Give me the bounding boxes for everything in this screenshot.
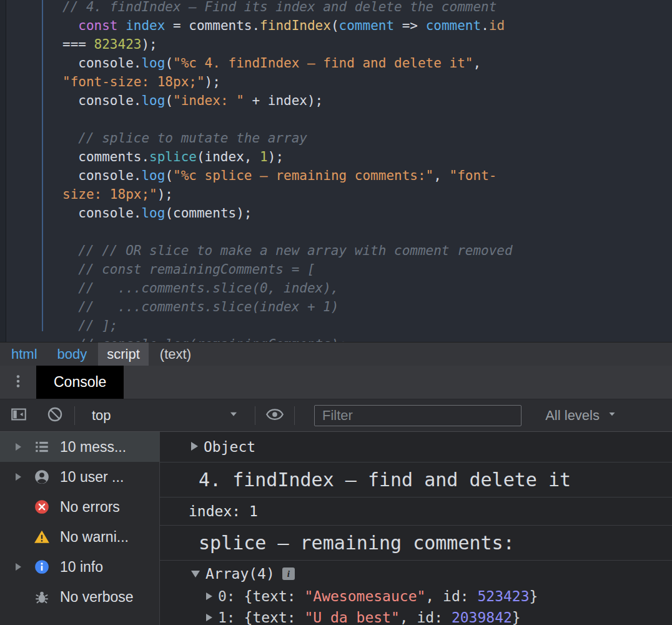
- code-token: // 4. findIndex — Find its index and del…: [62, 0, 497, 14]
- code-token: // ...comments.slice(index + 1): [62, 299, 339, 314]
- triangle-right-icon: [16, 443, 21, 451]
- array-key: 1:: [218, 609, 244, 625]
- triangle-right-icon: [16, 473, 21, 481]
- code-token: "%c 4. findIndex — find and delete it": [173, 56, 473, 71]
- log-levels-label: All levels: [545, 408, 600, 424]
- code-line: comments.splice(index, 1);: [62, 148, 672, 166]
- expand-icon[interactable]: [9, 443, 27, 451]
- log-levels-select[interactable]: All levels: [545, 408, 618, 424]
- source-editor[interactable]: // 4. findIndex — Find its index and del…: [0, 0, 672, 342]
- code-token: );: [205, 74, 220, 89]
- array-label: Array(4): [205, 566, 275, 582]
- dom-breadcrumb: htmlbodyscript(text): [0, 342, 672, 366]
- code-token: // // OR slice to make a new array with …: [62, 243, 513, 258]
- triangle-right-icon: [16, 563, 21, 571]
- list-icon: [34, 439, 50, 455]
- sidebar-item-no-errors[interactable]: No errors: [0, 492, 159, 522]
- code-line: [62, 222, 672, 241]
- breadcrumb-item-script[interactable]: script: [98, 342, 149, 366]
- sidebar-item-10-info[interactable]: 10 info: [0, 552, 159, 582]
- expand-icon[interactable]: [206, 592, 212, 600]
- more-tabs-button[interactable]: [0, 366, 36, 399]
- code-token: );: [268, 149, 284, 164]
- code-token: + index);: [244, 93, 323, 108]
- code-token: comment: [339, 18, 395, 33]
- code-token: [118, 18, 126, 33]
- code-token: ,: [433, 168, 449, 183]
- sidebar-item-no-verbose[interactable]: No verbose: [0, 582, 159, 612]
- warning-icon: [34, 529, 50, 545]
- code-token: =>: [394, 18, 426, 33]
- object-label: Object: [204, 439, 255, 455]
- code-line: console.log(comments);: [62, 204, 672, 222]
- tab-console[interactable]: Console: [36, 366, 124, 399]
- code-line: // ];: [62, 316, 672, 335]
- frame-context-select[interactable]: top: [81, 402, 249, 429]
- toggle-sidebar-button[interactable]: [5, 402, 32, 429]
- code-line: console.log("%c splice — remaining comme…: [62, 166, 672, 185]
- code-line: console.log("index: " + index);: [62, 91, 672, 110]
- editor-gutter: [0, 0, 6, 342]
- code-line: // ...comments.slice(0, index),: [62, 279, 672, 298]
- expand-icon[interactable]: [191, 442, 198, 451]
- filter-input[interactable]: [314, 405, 521, 426]
- code-token: = comments.: [165, 18, 260, 33]
- sidebar-item-no-warni[interactable]: No warni...: [0, 522, 159, 552]
- preview-part: , id:: [425, 588, 477, 604]
- live-expression-button[interactable]: [261, 402, 289, 429]
- code-line: // // OR slice to make a new array with …: [62, 241, 672, 260]
- panel-left-icon: [10, 406, 27, 425]
- console-message: Object: [160, 432, 672, 462]
- code-line: // 4. findIndex — Find its index and del…: [62, 0, 672, 16]
- code-token: console.: [62, 206, 141, 221]
- code-token: log: [141, 56, 165, 71]
- code-token: // ];: [62, 318, 118, 333]
- array-item: 0: {text: "Awesomesauce", id: 523423}: [191, 586, 672, 607]
- code-line: console.log("%c 4. findIndex — find and …: [62, 54, 672, 72]
- sidebar-item-label: No errors: [60, 499, 120, 516]
- code-token: const: [78, 18, 117, 33]
- styled-log-text: splice — remaining comments:: [199, 532, 515, 554]
- preview-part: "U da best": [304, 609, 399, 625]
- code-token: (index,: [197, 149, 260, 164]
- breadcrumb-item-body[interactable]: body: [49, 342, 96, 366]
- breadcrumb-item-text[interactable]: (text): [151, 342, 200, 366]
- sidebar-item-label: 10 user ...: [60, 469, 124, 486]
- code-line: // splice to mutate the array: [62, 129, 672, 148]
- code-line: size: 18px;");: [62, 185, 672, 204]
- styled-log-text: 4. findIndex — find and delete it: [199, 469, 571, 491]
- code-token: findIndex: [260, 18, 331, 33]
- expand-icon[interactable]: [9, 473, 27, 481]
- code-line: // const remainingComments = [: [62, 260, 672, 279]
- breadcrumb-item-html[interactable]: html: [2, 342, 46, 366]
- code-lines: // 4. findIndex — Find its index and del…: [62, 0, 672, 342]
- frame-context-label: top: [92, 408, 111, 424]
- code-token: "%c splice — remaining comments:": [173, 168, 433, 183]
- code-token: comment: [426, 18, 482, 33]
- toolbar-separator: [255, 406, 255, 425]
- collapse-icon[interactable]: [191, 571, 200, 578]
- sidebar-item-10-mess[interactable]: 10 mess...: [0, 432, 159, 462]
- sidebar-item-10-user[interactable]: 10 user ...: [0, 462, 159, 492]
- eye-icon: [265, 405, 284, 426]
- preview-part: , id:: [400, 609, 452, 625]
- code-token: comments.: [62, 149, 149, 164]
- expand-icon[interactable]: [206, 614, 212, 621]
- verbose-icon: [34, 589, 50, 605]
- clear-console-button[interactable]: [41, 402, 69, 429]
- toolbar-separator: [294, 406, 295, 425]
- code-token: "font-: [450, 168, 497, 183]
- code-line: === 823423);: [62, 35, 672, 54]
- code-token: console.: [62, 168, 141, 183]
- ban-circle-icon: [46, 406, 64, 425]
- code-line: // ...comments.slice(index + 1): [62, 298, 672, 316]
- user-icon: [34, 469, 50, 485]
- expand-icon[interactable]: [9, 563, 27, 571]
- code-line: // console.log(remainingComments);: [62, 335, 672, 342]
- preview-part: {text:: [244, 588, 305, 604]
- array-header: Array(4)i: [191, 566, 672, 582]
- code-token: 1: [260, 149, 268, 164]
- code-token: size: 18px;": [62, 187, 157, 202]
- indent-guide: [42, 0, 43, 331]
- code-token: ===: [62, 37, 94, 52]
